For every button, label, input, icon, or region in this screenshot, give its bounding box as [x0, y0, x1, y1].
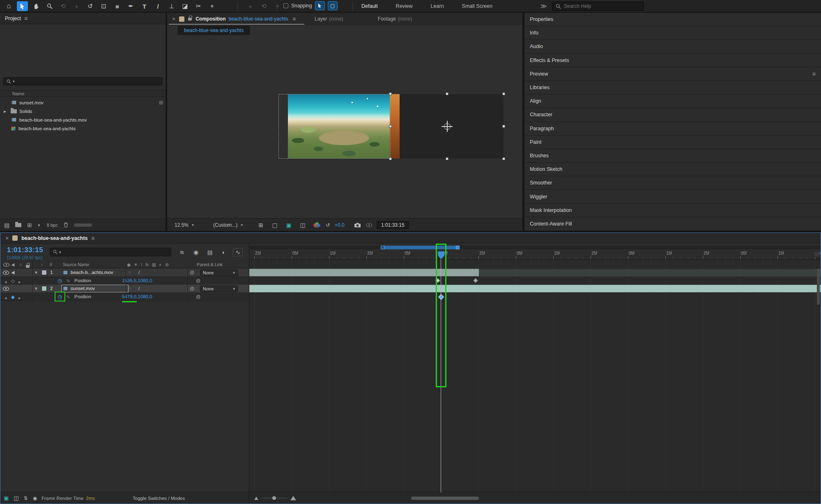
adjustment-icon[interactable]	[38, 222, 41, 228]
clone-stamp-tool[interactable]	[166, 1, 177, 11]
property-row-position-1[interactable]: Position 1535,5,1080,0	[0, 277, 249, 285]
panel-tab-paragraph[interactable]: Paragraph	[524, 122, 821, 136]
render-time-pane-icon[interactable]	[33, 495, 37, 501]
collapse-switch[interactable]	[128, 286, 131, 291]
mini-flowchart-icon[interactable]	[177, 248, 187, 256]
panel-tab-smoother[interactable]: Smoother	[524, 176, 821, 190]
selection-handle[interactable]	[446, 157, 448, 160]
selection-handle[interactable]	[502, 157, 505, 160]
type-tool[interactable]	[139, 1, 150, 11]
graph-editor-icon[interactable]	[233, 248, 243, 256]
property-name[interactable]: Position	[74, 278, 91, 283]
timeline-tracks-area[interactable]	[249, 260, 821, 492]
timeline-tab-label[interactable]: beach-blue-sea-and-yachts	[21, 235, 87, 241]
layer-name[interactable]: beach-b...achts.mov	[71, 270, 113, 275]
zoom-in-icon[interactable]	[290, 496, 296, 500]
panel-tab-content-aware-fill[interactable]: Content-Aware Fill	[524, 217, 821, 231]
expand-chevron-icon[interactable]	[2, 108, 8, 114]
property-name[interactable]: Position	[74, 294, 91, 299]
parent-dropdown[interactable]: None	[200, 269, 238, 276]
snap-option-1-button[interactable]	[315, 1, 325, 10]
collapse-switch[interactable]	[128, 270, 131, 275]
in-out-pane-icon[interactable]: ⇅	[24, 495, 28, 501]
work-area-end-handle[interactable]	[456, 246, 460, 249]
viewer-timecode[interactable]: 1:01:33:15	[377, 219, 409, 231]
pan-camera-tool[interactable]	[71, 1, 82, 11]
stopwatch-icon[interactable]	[57, 278, 62, 284]
more-workspaces-button[interactable]	[538, 1, 549, 11]
layer-audio-icon[interactable]	[11, 271, 16, 275]
next-keyframe-icon[interactable]	[18, 295, 21, 300]
panel-tab-preview[interactable]: Preview	[524, 67, 821, 81]
panel-tab-motion-sketch[interactable]: Motion Sketch	[524, 163, 821, 176]
composition-subtab[interactable]: beach-blue-sea-and-yachts	[178, 26, 250, 35]
panel-tab-effects-presets[interactable]: Effects & Presets	[524, 54, 821, 67]
layer-name[interactable]: sunset.mov	[71, 286, 95, 291]
panel-tab-libraries[interactable]: Libraries	[524, 81, 821, 94]
marker-bin-button[interactable]	[814, 251, 819, 257]
panel-menu-icon[interactable]	[24, 15, 28, 22]
panel-tab-mask-interpolation[interactable]: Mask Interpolation	[524, 204, 821, 217]
horizontal-scrollbar[interactable]	[74, 223, 92, 227]
project-item-beach-mov[interactable]: beach-blue-sea-and-yachts.mov	[0, 115, 166, 124]
property-value[interactable]: 5479,0,1080,0	[122, 294, 152, 299]
region-of-interest-icon[interactable]	[298, 222, 308, 228]
zoom-tool[interactable]	[44, 1, 55, 11]
property-row-position-2[interactable]: Position 5479,0,1080,0	[0, 293, 249, 301]
exposure-value[interactable]: +0,0	[335, 219, 345, 231]
new-folder-icon[interactable]	[15, 223, 21, 227]
layer-row-1[interactable]: 1 beach-b...achts.mov None	[0, 269, 249, 277]
eraser-tool[interactable]	[179, 1, 191, 11]
project-item-beach-comp[interactable]: beach-blue-sea-and-yachts	[0, 124, 166, 133]
selection-handle[interactable]	[446, 92, 448, 95]
source-name-column-label[interactable]: Source Name	[63, 262, 89, 267]
layer-visibility-eye-icon[interactable]	[3, 271, 9, 275]
panel-tab-info[interactable]: Info	[524, 26, 821, 40]
panel-menu-icon[interactable]	[812, 71, 816, 77]
workspace-small-screen[interactable]: Small Screen	[462, 3, 492, 9]
brush-tool[interactable]	[152, 1, 163, 11]
quality-switch[interactable]	[138, 286, 140, 291]
local-axis-mode[interactable]	[245, 1, 256, 11]
project-tab-label[interactable]: Project	[5, 16, 21, 21]
workspace-review[interactable]: Review	[396, 3, 413, 9]
timeline-search-input[interactable]	[63, 250, 153, 255]
property-pickwhip-icon[interactable]	[196, 294, 200, 299]
magnification-dropdown[interactable]: 12.5%	[175, 219, 194, 231]
vertical-scrollbar[interactable]	[817, 269, 820, 305]
current-timecode[interactable]: 1:01:33:15	[7, 246, 43, 254]
layer-row-2[interactable]: 2 sunset.mov None	[0, 285, 249, 293]
panel-tab-audio[interactable]: Audio	[524, 40, 821, 53]
channel-button[interactable]	[313, 219, 321, 231]
composition-tab-name[interactable]: beach-blue-sea-and-yachts	[229, 16, 288, 22]
work-area-start-handle[interactable]	[381, 246, 384, 249]
new-composition-icon[interactable]	[27, 222, 32, 228]
project-search-input[interactable]	[16, 79, 66, 84]
resolution-dropdown[interactable]: (Custom...)	[213, 219, 243, 231]
layer-1-duration-bar[interactable]	[249, 269, 479, 276]
layer-tab-label[interactable]: Layer	[315, 16, 327, 22]
property-value[interactable]: 1535,5,1080,0	[122, 278, 152, 283]
view-axis-mode[interactable]	[272, 1, 283, 11]
project-item-sunset[interactable]: sunset.mov	[0, 98, 166, 107]
project-item-solids[interactable]: Solids	[0, 107, 166, 115]
home-icon[interactable]	[3, 1, 14, 11]
rotation-tool[interactable]	[85, 1, 96, 11]
exposure-reset-icon[interactable]	[326, 219, 330, 231]
graph-toggle-icon[interactable]	[66, 278, 70, 283]
parent-pickwhip-icon[interactable]	[190, 270, 194, 275]
panel-tab-brushes[interactable]: Brushes	[524, 149, 821, 163]
panel-tab-properties[interactable]: Properties	[524, 13, 821, 26]
graph-toggle-icon[interactable]	[66, 294, 70, 299]
panel-tab-character[interactable]: Character	[524, 108, 821, 122]
scrollbar-thumb[interactable]	[411, 497, 479, 500]
parent-dropdown[interactable]: None	[200, 285, 238, 292]
panel-tab-wiggler[interactable]: Wiggler	[524, 190, 821, 203]
camera-tool[interactable]	[98, 1, 109, 11]
motion-blur-icon[interactable]	[219, 248, 229, 256]
layer-color-swatch[interactable]	[41, 286, 47, 291]
selection-tool[interactable]	[17, 1, 28, 11]
layer-expand-chevron[interactable]	[35, 269, 37, 275]
shape-tool[interactable]	[112, 1, 123, 11]
timeline-horizontal-scrollbar[interactable]	[411, 492, 479, 504]
